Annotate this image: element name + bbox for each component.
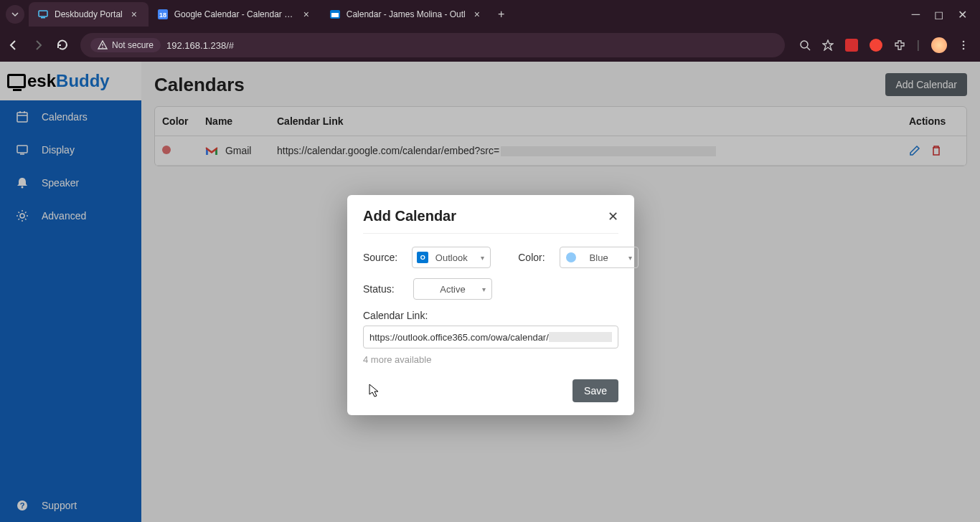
- menu-icon[interactable]: [958, 40, 969, 50]
- browser-tab[interactable]: Calendar - James Molina - Outl ×: [321, 2, 491, 27]
- extension-icon[interactable]: [870, 39, 882, 52]
- tab-favicon: 18: [157, 9, 169, 20]
- security-badge[interactable]: Not secure: [90, 38, 161, 52]
- color-swatch: [566, 252, 576, 262]
- new-tab-button[interactable]: +: [491, 8, 512, 21]
- window-controls: ─ ◻ ✕: [912, 8, 974, 22]
- tab-close-icon[interactable]: ×: [128, 9, 140, 20]
- zoom-icon[interactable]: [799, 39, 811, 51]
- status-label: Status:: [363, 283, 399, 295]
- extension-icon[interactable]: [845, 39, 858, 52]
- tab-title: Calendar - James Molina - Outl: [347, 9, 466, 19]
- outlook-icon: O: [417, 252, 428, 263]
- tab-close-icon[interactable]: ×: [471, 9, 483, 20]
- insecure-label: Not secure: [112, 40, 154, 50]
- profile-avatar[interactable]: [931, 37, 947, 53]
- browser-tab[interactable]: Deskbuddy Portal ×: [29, 2, 149, 27]
- bookmark-icon[interactable]: [822, 39, 834, 51]
- add-calendar-modal: Add Calendar ✕ Source: O Outlook ▾ Color…: [347, 195, 634, 415]
- calendar-link-input[interactable]: https://outlook.office365.com/owa/calend…: [363, 326, 618, 348]
- maximize-button[interactable]: ◻: [934, 8, 943, 22]
- source-select[interactable]: O Outlook ▾: [412, 247, 491, 268]
- app-viewport: eskBuddy Calendars Display Speaker Advan…: [0, 62, 980, 522]
- extensions-icon[interactable]: [894, 39, 905, 51]
- tab-favicon: [329, 9, 341, 20]
- svg-point-11: [963, 44, 965, 47]
- svg-line-9: [807, 47, 810, 50]
- close-window-button[interactable]: ✕: [958, 8, 967, 22]
- chevron-down-icon: ▾: [481, 254, 484, 262]
- minimize-button[interactable]: ─: [912, 8, 920, 22]
- svg-point-8: [801, 41, 808, 48]
- source-label: Source:: [363, 252, 397, 263]
- warning-icon: [98, 40, 108, 50]
- address-bar[interactable]: Not secure 192.168.1.238/#: [80, 33, 785, 57]
- tab-title: Deskbuddy Portal: [55, 9, 123, 19]
- chevron-down-icon: ▾: [628, 254, 632, 262]
- redacted-text: [549, 332, 612, 342]
- cursor-icon: [369, 384, 380, 398]
- color-label: Color:: [518, 252, 545, 263]
- forward-button[interactable]: [32, 39, 46, 52]
- url-text: 192.168.1.238/#: [166, 40, 234, 51]
- back-button[interactable]: [7, 39, 22, 52]
- save-button[interactable]: Save: [573, 379, 618, 402]
- svg-point-12: [963, 48, 965, 50]
- svg-text:18: 18: [159, 11, 166, 19]
- close-icon[interactable]: ✕: [608, 209, 618, 224]
- tab-search-button[interactable]: [6, 5, 24, 24]
- svg-rect-5: [331, 13, 339, 17]
- link-label: Calendar Link:: [363, 310, 618, 321]
- color-select[interactable]: Blue ▾: [560, 247, 639, 268]
- tab-close-icon[interactable]: ×: [301, 9, 312, 20]
- hint-text: 4 more available: [363, 354, 618, 365]
- tab-title: Google Calendar - Calendar set: [174, 9, 295, 19]
- status-select[interactable]: Active ▾: [413, 278, 492, 300]
- svg-rect-1: [41, 17, 45, 19]
- browser-toolbar: Not secure 192.168.1.238/# |: [0, 29, 980, 62]
- svg-point-10: [963, 41, 965, 43]
- browser-titlebar: Deskbuddy Portal × 18 Google Calendar - …: [0, 0, 980, 29]
- tab-favicon: [37, 9, 49, 20]
- modal-title: Add Calendar: [363, 208, 456, 224]
- svg-rect-0: [39, 11, 47, 16]
- svg-point-7: [102, 47, 103, 48]
- browser-tab[interactable]: 18 Google Calendar - Calendar set ×: [149, 2, 321, 27]
- chevron-down-icon: ▾: [482, 285, 486, 293]
- reload-button[interactable]: [56, 39, 70, 52]
